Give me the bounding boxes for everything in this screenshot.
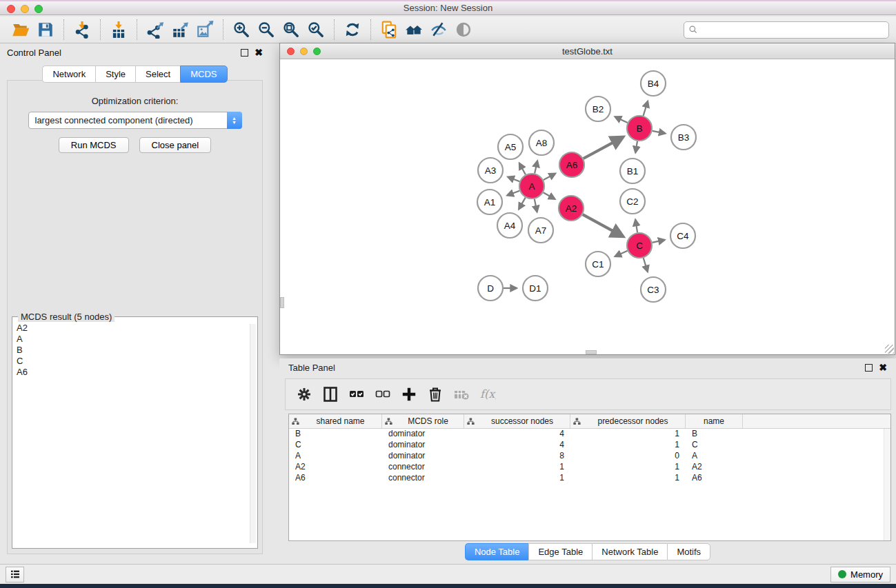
table-row[interactable]: Adominator80A <box>289 451 890 462</box>
edge-A-A2[interactable] <box>544 192 555 199</box>
cell-predecessor-nodes[interactable]: 0 <box>570 451 686 462</box>
cell-shared-name[interactable]: B <box>289 429 382 440</box>
edge-A6-B[interactable] <box>584 137 624 159</box>
node-C3[interactable]: C3 <box>641 277 666 302</box>
refresh-button[interactable] <box>340 19 365 41</box>
result-item[interactable]: A2 <box>17 323 256 334</box>
column-header-predecessor-nodes[interactable]: predecessor nodes <box>570 414 686 428</box>
column-header-MCDS-role[interactable]: MCDS role <box>382 414 464 428</box>
cell-MCDS-role[interactable]: dominator <box>382 451 464 462</box>
node-A5[interactable]: A5 <box>498 134 523 159</box>
network-canvas[interactable]: B4B2BB3A5A8A6B1A3AA1C2A2A4A7C4CC1C3DD1 <box>280 59 895 354</box>
run-mcds-button[interactable]: Run MCDS <box>59 137 129 153</box>
cell-predecessor-nodes[interactable]: 1 <box>570 429 686 440</box>
table-row[interactable]: A2connector11A2 <box>289 462 890 473</box>
zoom-out-button[interactable] <box>254 19 279 41</box>
cell-MCDS-role[interactable]: connector <box>382 473 464 484</box>
edge-A-A6[interactable] <box>544 174 555 180</box>
edge-A2-C[interactable] <box>583 214 624 236</box>
column-header-name[interactable]: name <box>686 414 743 428</box>
network-window-titlebar[interactable]: testGlobe.txt <box>280 43 895 59</box>
network-zoom-button[interactable] <box>313 48 321 55</box>
column-header-shared-name[interactable]: shared name <box>289 414 382 428</box>
tab-edge-table[interactable]: Edge Table <box>528 543 592 560</box>
node-A6[interactable]: A6 <box>559 152 584 177</box>
edge-A-A7[interactable] <box>535 199 537 212</box>
criterion-dropdown[interactable]: largest connected component (directed) ▲… <box>28 112 242 129</box>
export-network-button[interactable] <box>143 19 168 41</box>
node-A8[interactable]: A8 <box>529 130 554 155</box>
node-A3[interactable]: A3 <box>478 158 503 183</box>
node-B3[interactable]: B3 <box>671 125 696 150</box>
resize-grip[interactable] <box>885 345 894 354</box>
first-neighbors-button[interactable] <box>401 19 426 41</box>
cell-name[interactable]: B <box>686 429 743 440</box>
network-close-button[interactable] <box>287 48 295 55</box>
edge-B-B1[interactable] <box>635 141 637 153</box>
float-panel-icon[interactable] <box>241 49 248 57</box>
cell-shared-name[interactable]: A <box>289 451 382 462</box>
cell-name[interactable]: A <box>686 451 743 462</box>
tab-select[interactable]: Select <box>135 65 180 83</box>
edge-A-A1[interactable] <box>507 191 519 196</box>
table-close-icon[interactable]: ✖ <box>879 364 887 372</box>
export-image-button[interactable] <box>192 19 217 41</box>
edge-B-B2[interactable] <box>615 116 628 123</box>
horizontal-scroll-thumb[interactable] <box>586 350 597 354</box>
zoom-in-button[interactable] <box>229 19 254 41</box>
table-row[interactable]: Bdominator41B <box>289 429 890 440</box>
network-minimize-button[interactable] <box>300 48 308 55</box>
tab-mcds[interactable]: MCDS <box>180 65 227 83</box>
result-scrollbar[interactable] <box>250 324 256 543</box>
add-column-button[interactable] <box>397 383 421 406</box>
node-B1[interactable]: B1 <box>620 159 645 183</box>
cell-MCDS-role[interactable]: dominator <box>382 429 464 440</box>
cell-shared-name[interactable]: A2 <box>289 462 382 473</box>
result-item[interactable]: A <box>17 334 256 345</box>
search-box[interactable] <box>684 21 889 39</box>
edge-A-A4[interactable] <box>519 198 526 210</box>
cell-successor-nodes[interactable]: 1 <box>464 473 570 484</box>
node-A4[interactable]: A4 <box>497 213 522 238</box>
edge-A-A8[interactable] <box>535 161 537 173</box>
table-scrollbar[interactable] <box>884 429 890 540</box>
tab-node-table[interactable]: Node Table <box>465 543 529 560</box>
edge-A-A5[interactable] <box>519 163 526 175</box>
show-panels-button[interactable] <box>6 567 24 582</box>
edge-C-C3[interactable] <box>644 258 648 272</box>
import-network-button[interactable] <box>70 19 94 41</box>
node-C[interactable]: C <box>627 233 652 258</box>
node-D[interactable]: D <box>478 276 503 301</box>
select-all-rows-button[interactable] <box>345 383 368 406</box>
network-graph[interactable]: B4B2BB3A5A8A6B1A3AA1C2A2A4A7C4CC1C3DD1 <box>280 59 895 354</box>
tab-motifs[interactable]: Motifs <box>667 543 710 560</box>
close-window-button[interactable] <box>7 5 15 13</box>
table-settings-button[interactable] <box>292 383 316 406</box>
result-item[interactable]: A6 <box>17 367 256 378</box>
export-table-button[interactable] <box>168 19 192 41</box>
tab-network[interactable]: Network <box>42 65 95 83</box>
zoom-fit-button[interactable] <box>279 19 303 41</box>
result-item[interactable]: C <box>17 356 256 367</box>
show-column-panel-button[interactable] <box>319 383 342 406</box>
cell-name[interactable]: A6 <box>686 473 743 484</box>
tab-network-table[interactable]: Network Table <box>592 543 667 560</box>
show-all-button[interactable] <box>451 19 476 41</box>
save-session-button[interactable] <box>33 19 58 41</box>
delete-column-button[interactable] <box>424 383 447 406</box>
cell-MCDS-role[interactable]: dominator <box>382 440 464 451</box>
open-session-button[interactable] <box>8 19 33 41</box>
node-A[interactable]: A <box>519 174 544 199</box>
cell-MCDS-role[interactable]: connector <box>382 462 464 473</box>
node-B4[interactable]: B4 <box>641 71 666 96</box>
close-panel-icon[interactable]: ✖ <box>255 49 263 57</box>
close-panel-button[interactable]: Close panel <box>139 137 212 153</box>
zoom-window-button[interactable] <box>34 5 43 13</box>
cell-shared-name[interactable]: C <box>289 440 382 451</box>
edge-A-A3[interactable] <box>508 177 519 182</box>
column-header-successor-nodes[interactable]: successor nodes <box>464 414 570 428</box>
search-input[interactable] <box>701 25 884 34</box>
cell-successor-nodes[interactable]: 8 <box>464 451 570 462</box>
edge-C-C4[interactable] <box>653 240 665 243</box>
node-A2[interactable]: A2 <box>559 196 584 221</box>
